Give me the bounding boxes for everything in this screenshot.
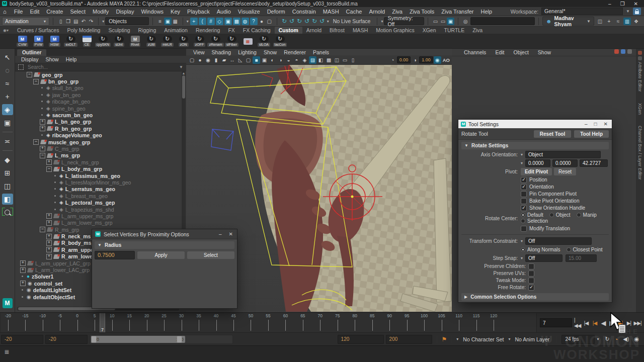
outliner-item-sacrum-bn-geo[interactable]: ◈sacrum_bn_geo — [15, 112, 181, 118]
animation-prefs-icon[interactable]: ◉ — [634, 336, 639, 342]
outliner-menu-show[interactable]: Show — [42, 56, 61, 62]
shelf-tab-turtle[interactable]: TURTLE — [440, 27, 469, 34]
outliner-item-muscle-geo-grp[interactable]: −muscle_geo_grp — [15, 139, 181, 145]
tool-help-button[interactable]: Tool Help — [574, 130, 609, 138]
scroll-up-icon[interactable]: ▲ — [182, 71, 186, 75]
proximity-dialog-minimize-button[interactable]: – — [219, 231, 222, 237]
layout-outliner-persp[interactable]: ◧ — [2, 194, 13, 205]
shelf-item-rivet[interactable]: MRivet — [128, 36, 142, 47]
menu-mash[interactable]: MASH — [319, 9, 343, 15]
menu-visualize[interactable]: Visualize — [234, 9, 264, 15]
menu-ziva-tools[interactable]: Ziva Tools — [406, 9, 438, 15]
workspace-lock-icon[interactable] — [633, 8, 641, 15]
expand-icon[interactable]: + — [20, 267, 26, 273]
checkbox-preserve-children[interactable] — [528, 263, 534, 269]
field-chart-icon[interactable]: ◫ — [333, 56, 341, 64]
shelf-tab-rigging[interactable]: Rigging — [134, 27, 160, 34]
symmetry-display-icon[interactable]: ◈ — [301, 56, 308, 64]
character-controls-icon[interactable]: + — [605, 18, 613, 25]
channel-menu-object[interactable]: Object — [509, 49, 532, 55]
shelf-item-image[interactable]: ▦ — [240, 38, 255, 45]
move-tool[interactable]: + — [2, 91, 13, 102]
proximity-dialog-close-button[interactable]: ✕ — [229, 231, 233, 237]
range-slider[interactable]: -20 120 — [90, 335, 233, 344]
snap-group-dropdown-icon[interactable]: ▾ — [187, 19, 189, 24]
viewport-menu-renderer[interactable]: Renderer — [281, 49, 309, 55]
select-camera-icon[interactable]: ▢ — [188, 56, 196, 64]
viewport-menu-show[interactable]: Show — [261, 49, 280, 55]
tool-settings-minimize-button[interactable]: – — [585, 121, 588, 127]
open-scene-icon[interactable]: ❒ — [64, 18, 72, 25]
playhead[interactable]: 7 — [100, 313, 105, 332]
outliner-item-skull-bn-geo[interactable]: ◈skull_bn_geo — [15, 85, 181, 92]
menu-deform[interactable]: Deform — [264, 9, 289, 15]
playback-start-field[interactable]: -20 — [45, 335, 88, 344]
output-connections-icon[interactable]: ↺ — [288, 18, 296, 25]
isolate-select-icon[interactable]: ▩ — [325, 56, 333, 64]
save-scene-icon[interactable]: ▤ — [72, 18, 79, 25]
textured-icon[interactable]: ▣ — [261, 56, 268, 64]
rotate-tool[interactable]: ◈ — [2, 104, 13, 115]
reset-pivot-button[interactable]: Reset — [554, 168, 576, 175]
shelf-tab-fx[interactable]: FX — [224, 27, 238, 34]
ao-badge[interactable]: AO — [443, 57, 450, 63]
channel-menu-edit[interactable]: Edit — [491, 49, 508, 55]
menu-file[interactable]: File — [11, 9, 27, 15]
menu-create[interactable]: Create — [43, 9, 66, 15]
radius-field[interactable]: 0.7500 — [95, 251, 135, 259]
shelf-item-slfiber[interactable]: ↻slFiber — [224, 36, 239, 47]
shelf-item-ce[interactable]: CE — [79, 36, 94, 47]
radio-object[interactable] — [549, 213, 554, 217]
menu-ziva[interactable]: Ziva — [388, 9, 406, 15]
shelf-item-sljnt[interactable]: ↻slJnt — [112, 36, 126, 47]
ipr-render-icon[interactable]: ▭ — [439, 18, 447, 25]
rotate-z-field[interactable]: 42.2727 — [580, 159, 608, 167]
modeling-toolkit-icon[interactable]: ◫ — [596, 18, 604, 25]
outliner-item-geo-grp[interactable]: −geo_grp — [15, 71, 181, 78]
menu-cache[interactable]: Cache — [343, 9, 366, 15]
cycle-check-icon[interactable]: ↻ — [311, 18, 318, 25]
outliner-item-l-arm-lower-ms-grp[interactable]: +L_arm_lower_ms_grp — [15, 220, 181, 226]
outliner-item-l-breast-ms-geo[interactable]: ◈L_breast_ms_geo — [15, 193, 181, 199]
expand-icon[interactable]: + — [46, 220, 52, 226]
snap-help-icon[interactable]: ? — [250, 18, 258, 25]
fps-dropdown-icon[interactable]: ▾ — [597, 337, 599, 341]
axis-orientation-value[interactable]: Object — [525, 151, 601, 158]
snap-move-icon[interactable]: + — [190, 18, 198, 25]
gate-mask-icon[interactable]: ▯ — [349, 56, 357, 64]
expand-icon[interactable]: + — [46, 247, 52, 252]
menu-windows[interactable]: Windows — [137, 9, 167, 15]
transform-constraint-dropdown-icon[interactable]: ▾ — [521, 239, 523, 243]
radio-along-normals[interactable] — [521, 247, 525, 252]
menu-key[interactable]: Key — [167, 9, 184, 15]
checkbox-free-rotate[interactable]: ✓ — [528, 285, 534, 291]
snap-point-icon[interactable]: ◇ — [216, 18, 223, 25]
menu-modify[interactable]: Modify — [89, 9, 112, 15]
tool-settings-title-bar[interactable]: M Tool Settings – □ ✕ — [458, 120, 612, 128]
animation-end-field[interactable]: 200 — [386, 335, 432, 344]
soft-modification-tool[interactable]: ≍ — [2, 136, 13, 147]
checkbox-tweak-mode[interactable] — [528, 278, 534, 284]
outliner-item-l-bn-geo-grp[interactable]: +L_bn_geo_grp — [15, 119, 181, 125]
radio-selection[interactable] — [521, 219, 525, 223]
expand-icon[interactable]: + — [46, 254, 52, 259]
step-snap-value[interactable]: Off — [525, 254, 562, 262]
outliner-item-l-latissimus-ms-geo[interactable]: ◈L_latissimus_ms_geo — [15, 172, 181, 179]
scale-tool[interactable]: ▣ — [2, 117, 13, 128]
auto-keyframe-icon[interactable]: ⚑ — [442, 336, 447, 343]
outliner-item-l-trapezius-ms-shd[interactable]: ◈L_trapezius_ms_shd — [15, 206, 181, 213]
outliner-item-l-neck-ms-grp[interactable]: +L_neck_ms_grp — [15, 159, 181, 165]
expand-icon[interactable]: + — [46, 159, 52, 165]
menu-set-selector[interactable]: Animation ▼ — [2, 17, 49, 26]
checkbox-preserve-uvs[interactable] — [528, 270, 534, 277]
render-settings-icon[interactable]: ▣ — [447, 18, 454, 25]
construction-history-icon[interactable]: ↻ — [296, 18, 303, 25]
loop-playback-icon[interactable]: ↻ — [605, 336, 609, 342]
undo-icon[interactable]: ↶ — [79, 18, 87, 25]
outliner-item-l-arm-upper-ms-grp[interactable]: +L_arm_upper_ms_grp — [15, 213, 181, 219]
shaded-icon[interactable]: ■ — [253, 56, 260, 64]
tab-xgen[interactable]: XGen — [637, 103, 642, 115]
render-view-icon[interactable]: ▭ — [432, 18, 439, 25]
snap-curve-icon[interactable]: ( — [199, 18, 206, 25]
xray-joints-icon[interactable]: ◧ — [317, 56, 325, 64]
